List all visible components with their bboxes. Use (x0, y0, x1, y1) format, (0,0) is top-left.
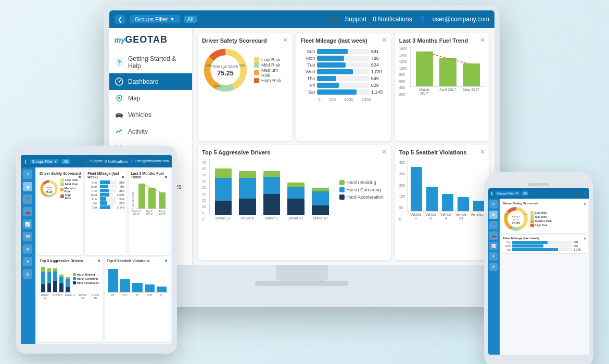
tablet-fleet-chart: Sun881 Mon786 Tue824 Wed1,031 Thu549 Fri… (87, 180, 124, 209)
svg-point-1 (119, 81, 120, 83)
phone-fm-close[interactable]: ✕ (583, 237, 586, 240)
logo: myGEOTAB (115, 34, 187, 45)
tablet-sidebar-zones[interactable]: ✦ (23, 257, 32, 266)
phone-rules-icon[interactable]: ⊘ (489, 263, 498, 271)
svg-text:Average: Average (512, 215, 520, 218)
fleet-mileage-widget: Fleet Mileage (last week) ✕ Sun 881 Mon (296, 33, 390, 141)
svg-text:75.25: 75.25 (512, 221, 520, 225)
phone-fm-title: Fleet Mileage (last week) ✕ (503, 237, 586, 240)
seatbelt-widget: Top 5 Seatbelt Violations ✕ 450350250150… (395, 145, 489, 260)
tablet-donut: Average Score 75.25 14% 43% 29% (40, 177, 58, 201)
phone-dashboard-icon[interactable]: ◉ (489, 211, 498, 219)
phone-header: ❮ Groups Filter ▼ All 🎧 👤 (488, 188, 589, 199)
support-label[interactable]: Support (345, 16, 366, 23)
support-icon: 🎧 (331, 16, 338, 23)
tablet-sidebar-dashboard[interactable]: ◉ (23, 182, 32, 191)
high-risk-dot (254, 78, 259, 83)
tablet-ag-close[interactable]: ✕ (97, 259, 100, 263)
svg-text:75.25: 75.25 (217, 70, 233, 77)
monitor-stand (276, 265, 328, 281)
svg-text:29%: 29% (214, 84, 221, 88)
donut-chart-container: Average Score 75.25 14% 43% 29% (202, 47, 288, 94)
driver-safety-close[interactable]: ✕ (283, 36, 288, 44)
back-button[interactable]: ❮ (115, 15, 125, 24)
fuel-trend-widget: Last 3 Months Fuel Trend ✕ 1600140012001… (395, 33, 489, 141)
phone-ds-close[interactable]: ✕ (583, 202, 586, 205)
legend-mild-risk: Mild Risk (254, 62, 288, 68)
phone-map-icon[interactable]: 📍 (489, 221, 498, 229)
low-risk-dot (254, 57, 259, 62)
tablet-sidebar-vehicles[interactable]: 🚗 (23, 207, 32, 216)
tablet-notifications: 0 Notifications (105, 160, 128, 163)
seatbelt-title: Top 5 Seatbelt Violations (399, 149, 485, 155)
phone-sidebar: ? ◉ 📍 🚗 📈 ✦ ⊘ (488, 199, 500, 355)
phone-vehicles-icon[interactable]: 🚗 (489, 231, 498, 240)
seatbelt-close[interactable]: ✕ (480, 148, 485, 155)
phone-body: ? ◉ 📍 🚗 📈 ✦ ⊘ Driver Safety Scorecard ✕ (488, 199, 589, 355)
svg-text:43%: 43% (55, 185, 58, 187)
h-bar-sat: Sat 1,145 (300, 89, 386, 95)
h-bar-thu: Thu 549 (300, 76, 386, 81)
groups-filter-label: Groups Filter (135, 16, 168, 22)
tablet-ds-close[interactable]: ✕ (78, 175, 81, 179)
svg-rect-4 (117, 113, 121, 115)
seatbelt-bar-v4 (442, 194, 453, 211)
phone-activity-icon[interactable]: 📈 (489, 242, 498, 250)
phone-help-icon[interactable]: ? (489, 200, 498, 209)
seatbelt-bar-v8 (411, 167, 422, 211)
phone-all[interactable]: All (522, 191, 528, 196)
medium-risk-label: Medium Risk (261, 68, 288, 78)
h-bar-tue: Tue 824 (300, 62, 386, 68)
tablet-fm-close[interactable]: ✕ (121, 175, 124, 179)
tablet-sidebar-rules[interactable]: ⊘ (23, 269, 32, 279)
tablet-sidebar-help[interactable]: ? (23, 170, 32, 179)
seatbelt-bar-v23 (458, 197, 469, 211)
sidebar-item-activity[interactable]: Activity (109, 123, 192, 140)
fuel-trend-close[interactable]: ✕ (480, 36, 485, 44)
all-badge[interactable]: All (184, 16, 197, 23)
harsh-braking-legend: Harsh Braking (339, 180, 384, 185)
phone-donut: Average Score 75.25 14% 43% 29% (503, 206, 529, 232)
aggressive-drivers-close[interactable]: ✕ (382, 148, 387, 155)
sidebar-item-help[interactable]: ? Getting Started & Help (109, 51, 192, 73)
tablet-sidebar-map[interactable]: 📍 (23, 194, 32, 204)
driver-18-bar (312, 188, 329, 215)
phone-fleet-mileage: Fleet Mileage (last week) ✕ Sun881 Mon78… (501, 235, 588, 253)
svg-text:14%: 14% (504, 214, 508, 216)
fuel-bar-april (439, 58, 456, 86)
svg-text:14%: 14% (41, 185, 44, 187)
legend-low-risk: Low Risk (254, 57, 288, 62)
tablet-sidebar-engine[interactable]: ⚙ (23, 244, 32, 254)
sidebar-item-vehicles[interactable]: Vehicles (109, 107, 192, 123)
h-bar-sun: Sun 881 (300, 49, 386, 54)
tablet-back[interactable]: ❮ (24, 159, 28, 164)
phone-back[interactable]: ❮ (490, 191, 493, 196)
sidebar-item-dashboard-label: Dashboard (128, 78, 159, 85)
tablet-sidebar-maps-bi[interactable]: 🗺 (23, 232, 32, 241)
bar-area (410, 47, 485, 87)
svg-text:29%: 29% (510, 227, 513, 229)
svg-text:Average Score: Average Score (212, 64, 238, 69)
tablet-main: Driver Safety Scorecard ✕ Average Score (35, 167, 172, 344)
help-icon: ? (115, 58, 124, 67)
tablet-row2: Top 5 Aggressive Drivers ✕ (37, 257, 170, 342)
map-icon (115, 94, 124, 103)
x-labels: March 2017 April 2017 May 2017 (410, 87, 485, 96)
phone-zones-icon[interactable]: ✦ (489, 252, 498, 261)
sidebar-item-dashboard[interactable]: Dashboard (109, 73, 192, 90)
tablet-sidebar-activity[interactable]: 📈 (23, 219, 32, 229)
tablet-all[interactable]: All (61, 159, 70, 164)
tablet-screen: ❮ Groups Filter ▼ All 🎧 Support 0 Notifi… (21, 155, 172, 344)
groups-filter-button[interactable]: Groups Filter ▼ (130, 15, 180, 23)
fleet-mileage-close[interactable]: ✕ (382, 36, 387, 44)
svg-point-2 (118, 97, 120, 99)
fuel-trend-chart: 1600140012001000800600400200 (399, 47, 485, 96)
phone-groups-filter[interactable]: Groups Filter ▼ (495, 191, 520, 196)
hard-accel-legend: Hard Acceleration (339, 194, 384, 200)
activity-icon (115, 127, 124, 136)
sidebar-item-map[interactable]: Map (109, 90, 192, 107)
tablet-ft-close[interactable]: ✕ (164, 175, 168, 179)
driver-1-bar (263, 171, 281, 215)
tablet-groups-filter[interactable]: Groups Filter ▼ (30, 159, 59, 164)
tablet-sb-close[interactable]: ✕ (164, 259, 168, 263)
